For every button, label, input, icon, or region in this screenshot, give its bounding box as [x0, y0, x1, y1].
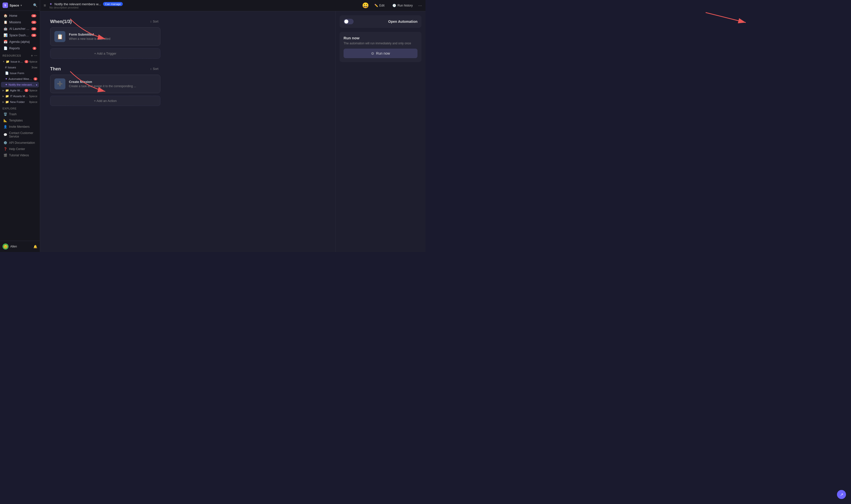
history-icon: 🕐	[392, 4, 396, 7]
invite-label: Invite Members	[9, 125, 30, 128]
then-title: Then	[50, 66, 61, 72]
space-name: Space	[10, 3, 19, 7]
automation-active-icon: ✦	[5, 83, 7, 86]
tree-item-issues[interactable]: # Issues 3row	[1, 65, 39, 70]
sidebar: S Space ▾ 🔍 🏠 Home 15 📋 Missions 11	[0, 0, 40, 252]
topbar-title-wrapper: ✦ Notify the relevant members w... Can m…	[49, 2, 359, 9]
tree-item-agile-workflow[interactable]: ▶ 📁 Agile Workflow 1 9piece	[1, 88, 39, 93]
action-info: Create Mission Create a task and assign …	[69, 80, 156, 88]
topbar-automation-name: Notify the relevant members w...	[54, 2, 101, 6]
when-title: When(1/3)	[50, 19, 72, 24]
expand-icon-3: ▶	[2, 95, 4, 97]
add-action-label: + Add an Action	[94, 99, 117, 103]
chevron-down-icon: ▾	[20, 4, 22, 7]
sort-label: Sort	[153, 20, 158, 23]
contact-cs-icon: 💬	[3, 133, 7, 137]
run-history-label: Run history	[397, 4, 413, 7]
search-icon[interactable]: 🔍	[33, 3, 37, 7]
run-now-btn-label: Run now	[376, 51, 390, 55]
expand-icon-2: ▶	[2, 89, 4, 92]
edit-label: Edit	[379, 4, 385, 7]
run-now-desc: The automation will run immediately and …	[343, 41, 418, 45]
automation-icon: ✦	[5, 77, 7, 80]
add-trigger-button[interactable]: + Add a Trigger	[50, 48, 160, 59]
nav-item-space-dashboard[interactable]: 📊 Space Dashboard (alpha) 15	[1, 32, 39, 38]
form-submitted-icon-wrap: 📋	[54, 31, 66, 42]
open-automation-toggle[interactable]	[343, 19, 354, 24]
nav-item-home[interactable]: 🏠 Home 15	[1, 13, 39, 19]
nav-item-ai-launcher[interactable]: 🤖 AI Launcher (alpha) 15	[1, 25, 39, 32]
sidebar-nav: 🏠 Home 15 📋 Missions 11 🤖 AI Launcher (a…	[0, 11, 40, 241]
tree-item-new-folder[interactable]: ▶ 📁 New Folder 8piece	[1, 99, 39, 105]
resources-label: Resources	[2, 54, 21, 57]
toggle-thumb	[344, 20, 348, 23]
more-options-icon[interactable]: ···	[418, 3, 422, 8]
toggle-track	[343, 19, 354, 24]
hamburger-menu-icon[interactable]: ≡	[43, 3, 46, 8]
when-section: When(1/3) ↕ Sort 📋 Form Submitted When a	[50, 19, 160, 59]
then-sort-btn[interactable]: ↕ Sort	[148, 66, 160, 72]
workflow-canvas: When(1/3) ↕ Sort 📋 Form Submitted When a	[40, 11, 335, 252]
add-resource-btn[interactable]: +	[31, 54, 33, 58]
tree-item-it-assets[interactable]: ▶ 📁 IT Assets Management & Reminder 5pie…	[1, 93, 39, 99]
space-title[interactable]: S Space ▾	[2, 2, 22, 8]
user-name: Allen	[10, 245, 17, 248]
form-submitted-trigger[interactable]: 📋 Form Submitted When a new issue is sub…	[50, 27, 160, 46]
ai-icon: 🤖	[3, 27, 7, 31]
sort-icon-2: ↕	[150, 67, 152, 71]
tree-item-issue-tracking[interactable]: ▼ 📁 Issue tracking 1 4piece	[1, 59, 39, 65]
right-panel: Open Automation Run now The automation w…	[335, 11, 425, 252]
nav-item-agenda[interactable]: 📅 Agenda (alpha)	[1, 39, 39, 45]
sort-icon: ↕	[150, 20, 152, 23]
open-automation-label: Open Automation	[388, 20, 418, 23]
more-resource-btn[interactable]: ···	[34, 54, 37, 58]
sidebar-footer: 😊 Allen 🔔	[0, 241, 40, 252]
action-title: Create Mission	[69, 80, 156, 84]
user-info[interactable]: 😊 Allen	[2, 244, 17, 250]
tree-item-notify-members[interactable]: ✦ Notify the relevant members when new .…	[1, 82, 39, 87]
topbar-right: 😀 ✏️ Edit 🕐 Run history ···	[362, 2, 422, 9]
folder-icon-4: 📁	[5, 100, 9, 104]
home-icon: 🏠	[3, 14, 7, 18]
explore-tutorial-videos[interactable]: 🎬 Tutorial Videos	[1, 152, 39, 158]
api-docs-icon: ⚙️	[3, 141, 7, 145]
then-section: Then ↕ Sort ➕ Create Mission Create a ta…	[50, 66, 160, 106]
run-now-title: Run now	[343, 36, 418, 40]
trigger-title: Form Submitted	[69, 33, 156, 36]
run-now-button[interactable]: ⊙ Run now	[343, 49, 418, 58]
explore-trash[interactable]: 🗑️ Trash	[1, 111, 39, 117]
user-presence-emoji: 😀	[362, 2, 369, 9]
run-now-icon: ⊙	[371, 51, 374, 55]
doc-icon: 📄	[5, 71, 9, 75]
explore-api-docs[interactable]: ⚙️ API Documentation	[1, 140, 39, 146]
explore-invite-members[interactable]: 👤 Invite Members	[1, 124, 39, 130]
missions-icon: 📋	[3, 20, 7, 24]
tree-item-automated-weekly[interactable]: ✦ Automated Weekly Issue Summary R... 1	[1, 76, 39, 82]
create-mission-action[interactable]: ➕ Create Mission Create a task and assig…	[50, 75, 160, 93]
explore-templates[interactable]: 📐 Templates	[1, 118, 39, 124]
folder-icon-2: 📁	[5, 89, 9, 92]
then-section-header: Then ↕ Sort	[50, 66, 160, 72]
user-avatar: 😊	[2, 244, 8, 250]
active-indicator: ●	[36, 84, 37, 86]
explore-contact-cs[interactable]: 💬 Contact Customer Service	[1, 130, 39, 140]
dashboard-icon: 📊	[3, 33, 7, 37]
tree-item-issue-form[interactable]: 📄 Issue Form	[1, 70, 39, 76]
agenda-icon: 📅	[3, 40, 7, 43]
tutorial-label: Tutorial Videos	[9, 154, 29, 157]
run-now-section: Run now The automation will run immediat…	[339, 32, 422, 62]
explore-help-center[interactable]: ❓ Help Center	[1, 146, 39, 152]
sidebar-header: S Space ▾ 🔍	[0, 0, 40, 11]
main-content: ≡ ✦ Notify the relevant members w... Can…	[40, 0, 425, 252]
create-mission-icon: ➕	[57, 81, 63, 87]
when-sort-btn[interactable]: ↕ Sort	[148, 19, 160, 24]
when-section-header: When(1/3) ↕ Sort	[50, 19, 160, 24]
edit-button[interactable]: ✏️ Edit	[372, 2, 387, 8]
nav-item-reports[interactable]: 📄 Reports 4	[1, 45, 39, 51]
add-action-button[interactable]: + Add an Action	[50, 96, 160, 106]
api-docs-label: API Documentation	[9, 141, 35, 145]
nav-item-missions[interactable]: 📋 Missions 11	[1, 19, 39, 25]
explore-section-header: Explore	[0, 105, 40, 111]
run-history-button[interactable]: 🕐 Run history	[390, 2, 415, 8]
notification-bell-icon[interactable]: 🔔	[33, 245, 37, 249]
